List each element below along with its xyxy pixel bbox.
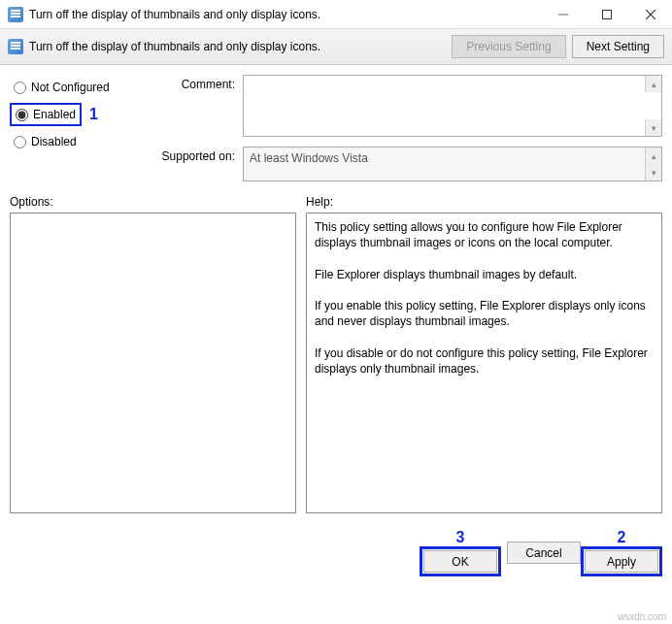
- annotation-marker-1: 1: [89, 106, 98, 123]
- radio-label: Not Configured: [31, 81, 110, 94]
- ok-button[interactable]: OK: [423, 550, 497, 573]
- previous-setting-button: Previous Setting: [452, 35, 565, 58]
- svg-rect-1: [602, 10, 611, 18]
- policy-icon: [8, 7, 23, 22]
- options-label: Options:: [10, 195, 296, 209]
- policy-icon: [8, 39, 23, 54]
- options-pane: [10, 213, 296, 513]
- toolbar-title: Turn off the display of thumbnails and o…: [29, 40, 446, 53]
- cancel-button[interactable]: Cancel: [507, 542, 581, 564]
- radio-label: Disabled: [31, 135, 77, 148]
- minimize-button[interactable]: [541, 0, 585, 29]
- scroll-down-icon[interactable]: ▾: [645, 164, 661, 181]
- comment-field[interactable]: ▴ ▾: [243, 75, 662, 137]
- window-title: Turn off the display of thumbnails and o…: [29, 8, 541, 21]
- radio-not-configured-input[interactable]: [14, 82, 26, 94]
- radio-disabled-input[interactable]: [14, 136, 26, 148]
- annotation-marker-2: 2: [618, 529, 626, 546]
- supported-on-value: At least Windows Vista: [250, 151, 368, 165]
- radio-label: Enabled: [33, 108, 76, 121]
- scroll-down-icon[interactable]: ▾: [645, 119, 661, 136]
- supported-on-label: Supported on:: [155, 147, 243, 163]
- radio-not-configured[interactable]: Not Configured: [10, 78, 155, 97]
- toolbar: Turn off the display of thumbnails and o…: [0, 29, 672, 65]
- next-setting-button[interactable]: Next Setting: [572, 35, 664, 58]
- maximize-button[interactable]: [585, 0, 628, 29]
- help-pane: This policy setting allows you to config…: [306, 213, 662, 513]
- watermark: wsxdn.com: [618, 611, 666, 622]
- scroll-up-icon[interactable]: ▴: [645, 76, 661, 92]
- apply-button[interactable]: Apply: [585, 550, 658, 573]
- annotation-marker-3: 3: [456, 529, 465, 546]
- state-radio-group: Not Configured Enabled 1 Disabled: [10, 75, 155, 181]
- close-button[interactable]: [628, 0, 672, 29]
- comment-label: Comment:: [155, 75, 243, 91]
- radio-enabled-input[interactable]: [16, 109, 28, 121]
- help-label: Help:: [306, 195, 333, 209]
- radio-disabled[interactable]: Disabled: [10, 132, 155, 151]
- radio-enabled[interactable]: Enabled: [10, 103, 82, 126]
- dialog-footer: 3 OK Cancel 2 Apply: [0, 523, 672, 586]
- supported-on-field: At least Windows Vista ▴ ▾: [243, 147, 662, 181]
- title-bar: Turn off the display of thumbnails and o…: [0, 0, 672, 29]
- scroll-up-icon[interactable]: ▴: [645, 148, 661, 164]
